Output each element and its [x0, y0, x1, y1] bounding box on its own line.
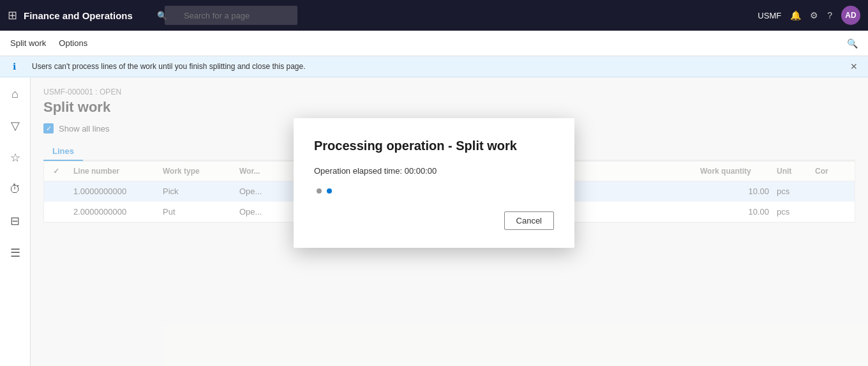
dialog-backdrop: Processing operation - Split work Operat…: [0, 0, 868, 366]
processing-dialog: Processing operation - Split work Operat…: [294, 118, 574, 248]
dialog-footer: Cancel: [314, 211, 554, 230]
dialog-progress-dots: [314, 188, 554, 194]
elapsed-time: 00:00:00: [405, 166, 437, 176]
progress-dot-1: [317, 188, 322, 194]
progress-dot-2: [327, 188, 332, 194]
dialog-title: Processing operation - Split work: [314, 139, 554, 153]
elapsed-label: Operation elapsed time:: [314, 166, 402, 176]
dialog-elapsed: Operation elapsed time: 00:00:00: [314, 166, 554, 176]
cancel-button[interactable]: Cancel: [504, 211, 554, 230]
